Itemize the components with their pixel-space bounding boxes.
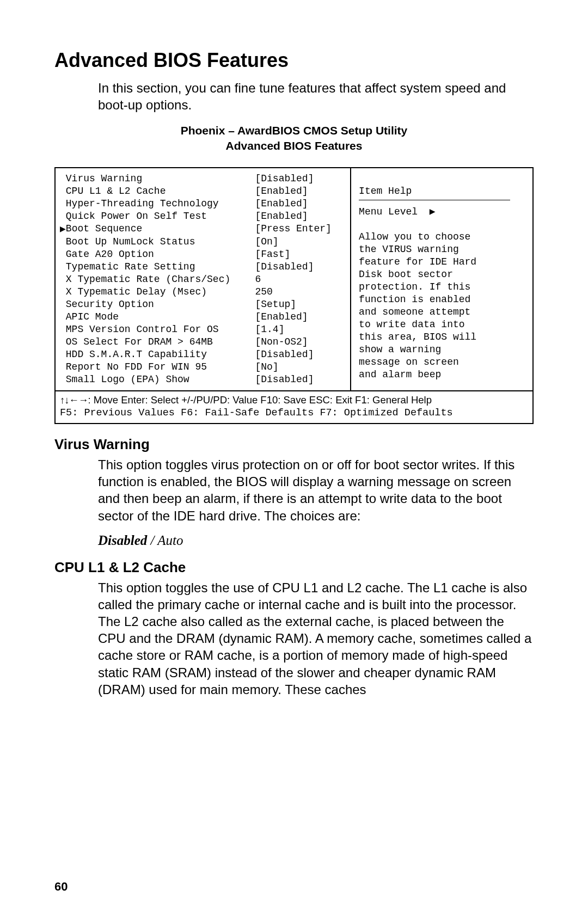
help-spacer — [359, 173, 527, 185]
help-divider — [359, 200, 510, 200]
setting-label: HDD S.M.A.R.T Capability — [60, 348, 255, 361]
section-heading: CPU L1 & L2 Cache — [54, 559, 534, 576]
footer-line2: F5: Previous Values F6: Fail-Safe Defaul… — [60, 407, 528, 420]
bios-setting-row: Small Logo (EPA) Show[Disabled] — [60, 373, 347, 386]
setting-label: Boot Up NumLock Status — [60, 236, 255, 248]
bios-settings-box: Virus Warning[Disabled] CPU L1 & L2 Cach… — [54, 167, 534, 424]
help-line: the VIRUS warning — [359, 243, 527, 256]
choice-default: Disabled — [98, 533, 147, 548]
help-line: function is enabled — [359, 293, 527, 306]
setting-label: Quick Power On Self Test — [60, 210, 255, 223]
help-line: Allow you to choose — [359, 231, 527, 243]
bios-setting-row: Boot Up NumLock Status[On] — [60, 236, 347, 248]
bios-header-line2: Advanced BIOS Features — [226, 139, 363, 152]
menu-level-arrow-icon: ▶ — [430, 206, 436, 217]
bios-settings-list: Virus Warning[Disabled] CPU L1 & L2 Cach… — [56, 168, 351, 390]
help-line: to write data into — [359, 318, 527, 331]
bios-setting-row: Virus Warning[Disabled] — [60, 173, 347, 185]
help-line: this area, BIOS will — [359, 331, 527, 344]
setting-value: [Disabled] — [255, 173, 347, 185]
setting-value: [Disabled] — [255, 373, 347, 386]
bios-help-panel: Item Help Menu Level ▶ Allow you to choo… — [351, 168, 532, 390]
page-title: Advanced BIOS Features — [54, 49, 534, 72]
setting-value: [Press Enter] — [255, 223, 347, 236]
setting-label: Report No FDD For WIN 95 — [60, 361, 255, 373]
bios-setting-row: Typematic Rate Setting[Disabled] — [60, 261, 347, 273]
help-line: protection. If this — [359, 281, 527, 293]
setting-value: 250 — [255, 286, 347, 298]
intro-paragraph: In this section, you can fine tune featu… — [98, 79, 534, 113]
setting-label: Virus Warning — [60, 173, 255, 185]
bios-setting-row: APIC Mode[Enabled] — [60, 311, 347, 323]
setting-value: [Setup] — [255, 298, 347, 311]
setting-label: X Typematic Delay (Msec) — [60, 286, 255, 298]
item-help-title: Item Help — [359, 185, 527, 198]
setting-value: [No] — [255, 361, 347, 373]
bios-setting-row: Hyper-Threading Technology[Enabled] — [60, 198, 347, 210]
choice-alt: Auto — [157, 533, 183, 548]
submenu-arrow-icon: ▶ — [60, 223, 66, 236]
bios-setting-row: CPU L1 & L2 Cache[Enabled] — [60, 185, 347, 198]
footer-line1: ↑↓←→: Move Enter: Select +/-/PU/PD: Valu… — [60, 394, 528, 407]
help-line: and alarm beep — [359, 369, 527, 381]
setting-label: Gate A20 Option — [60, 248, 255, 261]
help-line: feature for IDE Hard — [359, 256, 527, 268]
bios-header-line1: Phoenix – AwardBIOS CMOS Setup Utility — [181, 124, 408, 137]
setting-label: OS Select For DRAM > 64MB — [60, 336, 255, 348]
footer-line1-text: : Move Enter: Select +/-/PU/PD: Value F1… — [88, 394, 432, 406]
setting-value: [Disabled] — [255, 348, 347, 361]
arrow-keys-icon: ↑↓←→ — [60, 394, 88, 406]
setting-label: Typematic Rate Setting — [60, 261, 255, 273]
section-body: This option toggles the use of CPU L1 an… — [98, 579, 534, 698]
bios-setting-row: Security Option[Setup] — [60, 298, 347, 311]
menu-level-label: Menu Level — [359, 206, 418, 217]
bios-setting-row: X Typematic Delay (Msec)250 — [60, 286, 347, 298]
bios-setting-row: Gate A20 Option[Fast] — [60, 248, 347, 261]
setting-value: [Enabled] — [255, 311, 347, 323]
section-heading: Virus Warning — [54, 436, 534, 453]
setting-label: APIC Mode — [60, 311, 255, 323]
bios-setting-row: MPS Version Control For OS[1.4] — [60, 323, 347, 336]
bios-top-area: Virus Warning[Disabled] CPU L1 & L2 Cach… — [56, 168, 532, 390]
help-text: Allow you to choosethe VIRUS warningfeat… — [359, 231, 527, 381]
document-page: Advanced BIOS Features In this section, … — [0, 0, 588, 920]
help-spacer2 — [359, 218, 527, 231]
bios-setting-row: Report No FDD For WIN 95[No] — [60, 361, 347, 373]
bios-header: Phoenix – AwardBIOS CMOS Setup Utility A… — [54, 123, 534, 153]
setting-value: [Fast] — [255, 248, 347, 261]
setting-label: Security Option — [60, 298, 255, 311]
setting-label: MPS Version Control For OS — [60, 323, 255, 336]
bios-setting-row: X Typematic Rate (Chars/Sec)6 — [60, 273, 347, 286]
setting-label: ▶Boot Sequence — [60, 223, 255, 236]
setting-value: [Enabled] — [255, 198, 347, 210]
bios-setting-row: OS Select For DRAM > 64MB[Non-OS2] — [60, 336, 347, 348]
help-line: show a warning — [359, 344, 527, 356]
setting-value: [Non-OS2] — [255, 336, 347, 348]
menu-level-row: Menu Level ▶ — [359, 206, 527, 218]
setting-label: Small Logo (EPA) Show — [60, 373, 255, 386]
page-number: 60 — [54, 880, 68, 894]
help-line: and someone attempt — [359, 306, 527, 318]
choice-separator: / — [147, 533, 157, 548]
bios-setting-row: Quick Power On Self Test[Enabled] — [60, 210, 347, 223]
setting-value: [On] — [255, 236, 347, 248]
setting-value: 6 — [255, 273, 347, 286]
setting-value: [Enabled] — [255, 210, 347, 223]
section-body: This option toggles virus protection on … — [98, 456, 534, 524]
bios-setting-row: HDD S.M.A.R.T Capability[Disabled] — [60, 348, 347, 361]
help-line: Disk boot sector — [359, 268, 527, 281]
setting-value: [Disabled] — [255, 261, 347, 273]
setting-value: [1.4] — [255, 323, 347, 336]
setting-label: CPU L1 & L2 Cache — [60, 185, 255, 198]
bios-footer: ↑↓←→: Move Enter: Select +/-/PU/PD: Valu… — [56, 390, 532, 423]
setting-value: [Enabled] — [255, 185, 347, 198]
section-choices: Disabled / Auto — [98, 533, 534, 548]
help-line: message on screen — [359, 356, 527, 369]
setting-label: Hyper-Threading Technology — [60, 198, 255, 210]
setting-label: X Typematic Rate (Chars/Sec) — [60, 273, 255, 286]
bios-setting-row: ▶Boot Sequence[Press Enter] — [60, 223, 347, 236]
